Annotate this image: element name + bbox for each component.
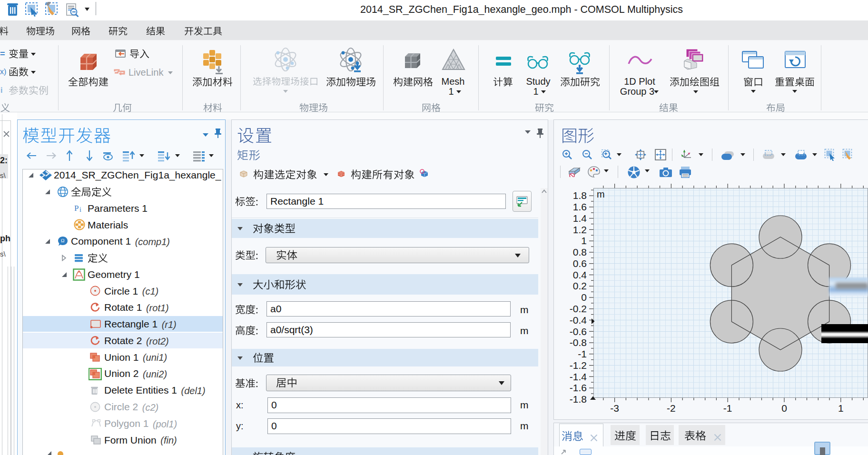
svg-text:P: P xyxy=(74,204,79,213)
svg-text:Ω: Ω xyxy=(61,238,64,243)
svg-text:i: i xyxy=(79,206,81,213)
